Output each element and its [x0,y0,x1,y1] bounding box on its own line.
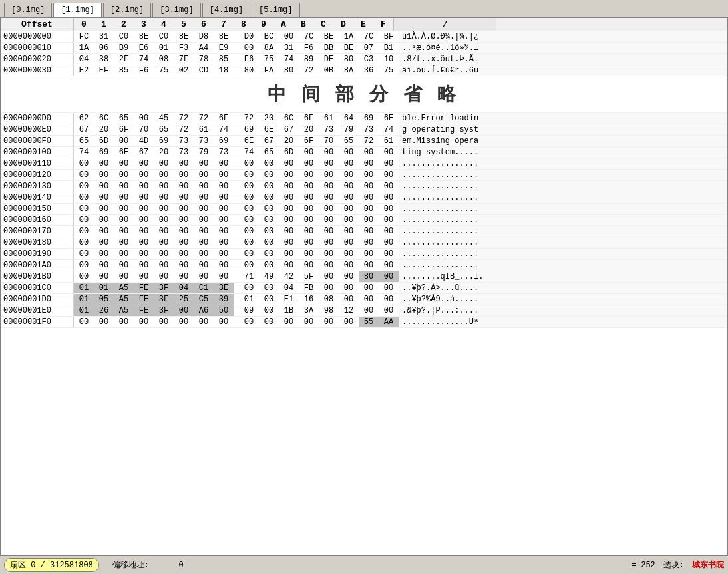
hex-byte-9[interactable]: 00 [259,181,279,192]
hex-byte-4[interactable]: 69 [154,136,174,146]
hex-byte-0[interactable]: 00 [74,181,94,192]
hex-byte-4[interactable]: 3F [154,305,174,316]
hex-byte-11[interactable]: 5F [299,271,319,282]
hex-byte-13[interactable]: 1A [339,31,359,42]
hex-byte-11[interactable]: 72 [299,65,319,76]
hex-byte-3[interactable]: 70 [134,124,154,135]
hex-byte-9[interactable]: 00 [259,305,279,316]
hex-byte-7[interactable]: 00 [214,317,234,327]
hex-byte-15[interactable]: AA [379,317,399,327]
hex-byte-15[interactable]: 75 [379,65,399,76]
hex-byte-4[interactable]: 3F [154,294,174,305]
hex-byte-1[interactable]: 00 [94,237,114,248]
hex-byte-14[interactable]: 00 [359,260,379,271]
hex-byte-5[interactable]: 73 [174,147,194,158]
hex-byte-5[interactable]: 00 [174,249,194,259]
hex-byte-12[interactable]: 00 [319,158,339,169]
hex-byte-8[interactable]: 00 [239,226,259,237]
hex-byte-4[interactable]: 20 [154,147,174,158]
hex-byte-2[interactable]: A5 [114,305,134,316]
hex-byte-13[interactable]: 00 [339,271,359,282]
hex-byte-10[interactable]: 67 [279,124,299,135]
hex-byte-11[interactable]: 3A [299,305,319,316]
hex-byte-3[interactable]: E6 [134,43,154,53]
hex-byte-7[interactable]: 6F [214,113,234,124]
hex-byte-2[interactable]: 00 [114,158,134,169]
hex-byte-14[interactable]: C3 [359,54,379,65]
hex-byte-3[interactable]: F6 [134,65,154,76]
hex-byte-8[interactable]: 00 [239,43,259,53]
hex-byte-8[interactable]: 00 [239,215,259,225]
hex-byte-13[interactable]: 80 [339,54,359,65]
hex-byte-0[interactable]: 01 [74,283,94,293]
hex-byte-11[interactable]: 00 [299,181,319,192]
hex-byte-2[interactable]: 00 [114,260,134,271]
hex-byte-1[interactable]: 06 [94,43,114,53]
hex-byte-5[interactable]: 00 [174,170,194,180]
hex-byte-9[interactable]: 20 [259,113,279,124]
hex-byte-1[interactable]: 69 [94,147,114,158]
hex-byte-7[interactable]: 00 [214,181,234,192]
hex-byte-6[interactable]: A4 [194,43,214,53]
hex-byte-13[interactable]: 00 [339,249,359,259]
hex-byte-12[interactable]: 00 [319,170,339,180]
hex-byte-9[interactable]: 8A [259,43,279,53]
hex-byte-9[interactable]: 00 [259,283,279,293]
hex-byte-3[interactable]: FE [134,305,154,316]
hex-byte-14[interactable]: 72 [359,136,379,146]
hex-byte-0[interactable]: 04 [74,54,94,65]
hex-byte-7[interactable]: 73 [214,147,234,158]
hex-byte-8[interactable]: 00 [239,170,259,180]
hex-byte-15[interactable]: 00 [379,158,399,169]
hex-byte-13[interactable]: 00 [339,181,359,192]
hex-byte-14[interactable]: 7C [359,31,379,42]
hex-byte-2[interactable]: 00 [114,170,134,180]
hex-byte-2[interactable]: 00 [114,136,134,146]
hex-byte-4[interactable]: 00 [154,192,174,203]
hex-byte-7[interactable]: 00 [214,192,234,203]
hex-byte-7[interactable]: 8E [214,31,234,42]
hex-byte-11[interactable]: 6F [299,113,319,124]
tab-2[interactable]: [2.img] [103,3,151,17]
hex-byte-9[interactable]: 67 [259,136,279,146]
hex-byte-7[interactable]: 00 [214,226,234,237]
hex-byte-1[interactable]: EF [94,65,114,76]
hex-byte-3[interactable]: FE [134,294,154,305]
hex-byte-4[interactable]: 00 [154,271,174,282]
hex-byte-15[interactable]: 00 [379,170,399,180]
hex-byte-7[interactable]: 00 [214,170,234,180]
hex-byte-7[interactable]: 00 [214,260,234,271]
hex-byte-11[interactable]: 00 [299,226,319,237]
hex-byte-10[interactable]: 00 [279,31,299,42]
hex-byte-14[interactable]: 00 [359,215,379,225]
hex-byte-8[interactable]: 00 [239,181,259,192]
hex-byte-8[interactable]: 71 [239,271,259,282]
hex-byte-15[interactable]: 00 [379,305,399,316]
hex-byte-15[interactable]: 6E [379,113,399,124]
hex-byte-15[interactable]: 00 [379,271,399,282]
hex-byte-6[interactable]: 00 [194,249,214,259]
hex-byte-10[interactable]: 74 [279,54,299,65]
hex-byte-12[interactable]: BE [319,31,339,42]
hex-byte-1[interactable]: 00 [94,260,114,271]
hex-byte-3[interactable]: 74 [134,54,154,65]
hex-byte-12[interactable]: 00 [319,283,339,293]
hex-byte-3[interactable]: 00 [134,237,154,248]
hex-byte-10[interactable]: 31 [279,43,299,53]
hex-byte-11[interactable]: FB [299,283,319,293]
hex-byte-12[interactable]: 0B [319,65,339,76]
hex-byte-7[interactable]: 39 [214,294,234,305]
hex-byte-9[interactable]: 49 [259,271,279,282]
hex-byte-14[interactable]: 00 [359,147,379,158]
hex-byte-13[interactable]: 00 [339,260,359,271]
hex-byte-8[interactable]: 6E [239,136,259,146]
hex-byte-6[interactable]: 00 [194,158,214,169]
hex-byte-12[interactable]: BB [319,43,339,53]
hex-byte-2[interactable]: 85 [114,65,134,76]
hex-byte-6[interactable]: 73 [194,136,214,146]
hex-byte-7[interactable]: 3E [214,283,234,293]
hex-byte-10[interactable]: 42 [279,271,299,282]
hex-byte-15[interactable]: 00 [379,237,399,248]
hex-byte-1[interactable]: 00 [94,226,114,237]
hex-byte-6[interactable]: 00 [194,204,214,214]
